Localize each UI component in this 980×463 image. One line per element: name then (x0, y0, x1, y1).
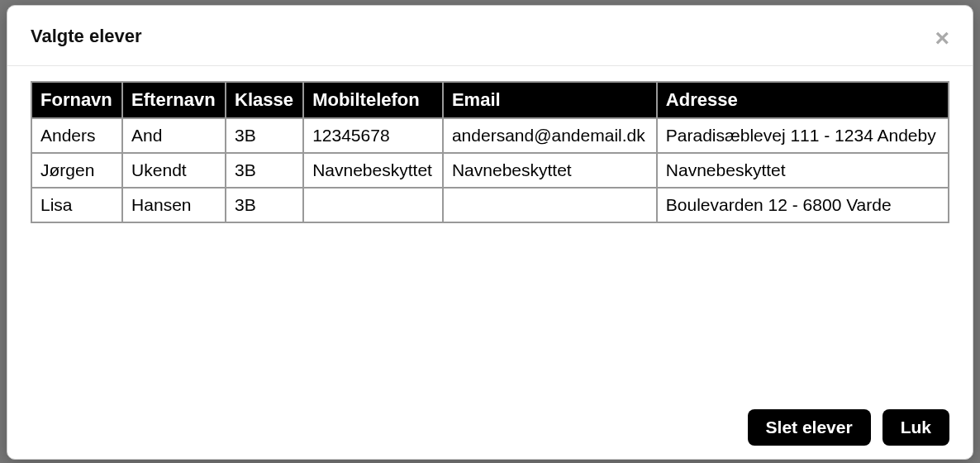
close-button[interactable]: Luk (882, 409, 949, 446)
cell-klasse: 3B (226, 153, 303, 188)
cell-mobil: Navnebeskyttet (303, 153, 443, 188)
modal-title: Valgte elever (31, 26, 142, 47)
selected-students-modal: Valgte elever × Fornavn Efternavn Klasse… (7, 5, 973, 460)
modal-body: Fornavn Efternavn Klasse Mobiltelefon Em… (7, 66, 973, 398)
cell-email: Navnebeskyttet (443, 153, 657, 188)
cell-fornavn: Jørgen (31, 153, 122, 188)
table-row: Jørgen Ukendt 3B Navnebeskyttet Navnebes… (31, 153, 949, 188)
cell-adresse: Boulevarden 12 - 6800 Varde (657, 188, 949, 222)
cell-adresse: Paradisæblevej 111 - 1234 Andeby (657, 118, 949, 153)
delete-students-button[interactable]: Slet elever (748, 409, 871, 446)
table-row: Anders And 3B 12345678 andersand@andemai… (31, 118, 949, 153)
cell-klasse: 3B (226, 118, 303, 153)
cell-email: andersand@andemail.dk (443, 118, 657, 153)
cell-mobil: 12345678 (303, 118, 443, 153)
cell-adresse: Navnebeskyttet (657, 153, 949, 188)
cell-efternavn: And (122, 118, 226, 153)
col-header-fornavn: Fornavn (31, 82, 122, 118)
col-header-adresse: Adresse (657, 82, 949, 118)
col-header-mobil: Mobiltelefon (303, 82, 443, 118)
col-header-klasse: Klasse (226, 82, 303, 118)
col-header-email: Email (443, 82, 657, 118)
cell-fornavn: Anders (31, 118, 122, 153)
cell-email (443, 188, 657, 222)
cell-klasse: 3B (226, 188, 303, 222)
cell-efternavn: Hansen (122, 188, 226, 222)
modal-footer: Slet elever Luk (7, 398, 973, 459)
table-row: Lisa Hansen 3B Boulevarden 12 - 6800 Var… (31, 188, 949, 222)
modal-header: Valgte elever × (7, 6, 973, 66)
cell-fornavn: Lisa (31, 188, 122, 222)
col-header-efternavn: Efternavn (122, 82, 226, 118)
close-icon[interactable]: × (935, 26, 949, 50)
students-table: Fornavn Efternavn Klasse Mobiltelefon Em… (31, 81, 949, 223)
cell-efternavn: Ukendt (122, 153, 226, 188)
table-header-row: Fornavn Efternavn Klasse Mobiltelefon Em… (31, 82, 949, 118)
cell-mobil (303, 188, 443, 222)
